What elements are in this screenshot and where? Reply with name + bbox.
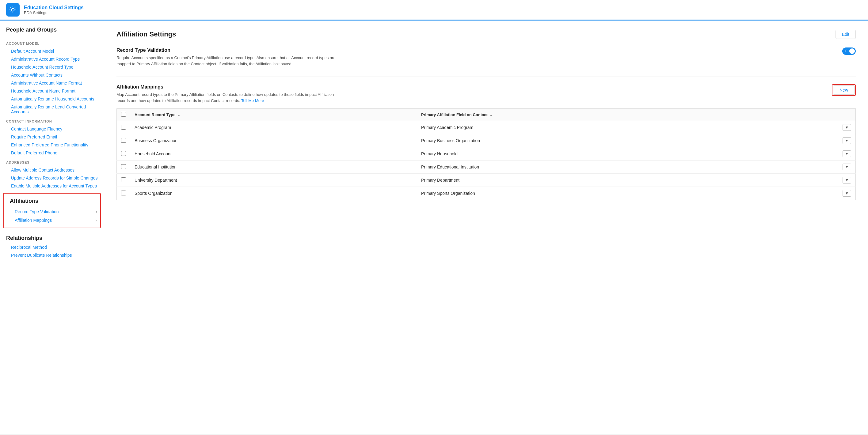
- row-primary-affiliation-field: Primary Department: [417, 174, 838, 187]
- row-account-record-type: Academic Program: [130, 121, 417, 134]
- row-dropdown-cell: ▼: [838, 187, 856, 200]
- sidebar-item-enhanced-phone[interactable]: Enhanced Preferred Phone Functionality: [0, 141, 104, 149]
- svg-point-0: [12, 8, 14, 11]
- select-all-checkbox[interactable]: [121, 112, 126, 117]
- row-dropdown-button[interactable]: ▼: [843, 177, 851, 183]
- table-row: University Department Primary Department…: [117, 174, 856, 187]
- main-content: Affiliation Settings Edit Record Type Va…: [104, 21, 868, 434]
- table-row: Educational Institution Primary Educatio…: [117, 161, 856, 174]
- row-dropdown-cell: ▼: [838, 134, 856, 147]
- sidebar-item-accounts-without-contacts[interactable]: Accounts Without Contacts: [0, 71, 104, 79]
- toggle-checkmark: ✓: [844, 49, 847, 53]
- app-header: Education Cloud Settings EDA Settings: [0, 0, 868, 21]
- table-row: Household Account Primary Household ▼: [117, 147, 856, 161]
- sidebar-item-update-address-records[interactable]: Update Address Records for Simple Change…: [0, 174, 104, 182]
- app-subtitle: EDA Settings: [24, 10, 84, 15]
- row-checkbox-cell: [117, 161, 130, 174]
- row-checkbox-cell: [117, 121, 130, 134]
- chevron-right-icon: ›: [96, 209, 97, 214]
- row-checkbox-2[interactable]: [121, 151, 126, 156]
- affiliations-title: Affiliations: [4, 197, 100, 207]
- row-checkbox-4[interactable]: [121, 177, 126, 182]
- table-row: Sports Organization Primary Sports Organ…: [117, 187, 856, 200]
- table-header-checkbox: [117, 109, 130, 121]
- row-primary-affiliation-field: Primary Educational Institution: [417, 161, 838, 174]
- row-account-record-type: Business Organization: [130, 134, 417, 147]
- sidebar-item-default-account-model[interactable]: Default Account Model: [0, 47, 104, 55]
- row-checkbox-5[interactable]: [121, 191, 126, 195]
- sidebar-item-enable-multiple-addresses[interactable]: Enable Multiple Addresses for Account Ty…: [0, 182, 104, 190]
- row-dropdown-button[interactable]: ▼: [843, 124, 851, 131]
- sidebar: People and Groups ACCOUNT MODEL Default …: [0, 21, 104, 434]
- sidebar-item-default-preferred-phone[interactable]: Default Preferred Phone: [0, 149, 104, 157]
- sort-arrow-icon: ⌄: [177, 113, 180, 117]
- main-top-bar: Affiliation Settings Edit: [117, 30, 856, 39]
- sidebar-section-account-model: ACCOUNT MODEL: [0, 38, 104, 47]
- affiliation-mappings-desc: Map Account record types to the Primary …: [117, 92, 346, 104]
- sidebar-item-household-record-type[interactable]: Household Account Record Type: [0, 63, 104, 71]
- table-header-account-record-type: Account Record Type ⌄: [130, 109, 417, 121]
- sidebar-item-admin-record-type[interactable]: Administrative Account Record Type: [0, 55, 104, 63]
- row-primary-affiliation-field: Primary Business Organization: [417, 134, 838, 147]
- affiliation-mappings-title: Affiliation Mappings: [117, 84, 346, 90]
- row-account-record-type: Sports Organization: [130, 187, 417, 200]
- table-row: Academic Program Primary Academic Progra…: [117, 121, 856, 134]
- row-primary-affiliation-field: Primary Household: [417, 147, 838, 161]
- row-checkbox-cell: [117, 147, 130, 161]
- sidebar-item-household-name-format[interactable]: Household Account Name Format: [0, 87, 104, 95]
- row-dropdown-cell: ▼: [838, 174, 856, 187]
- row-dropdown-cell: ▼: [838, 147, 856, 161]
- sidebar-item-record-type-validation[interactable]: Record Type Validation ›: [4, 207, 100, 216]
- section-divider: [117, 76, 856, 77]
- new-button[interactable]: New: [833, 86, 855, 95]
- record-type-validation-section: Record Type Validation Require Accounts …: [117, 47, 856, 67]
- row-checkbox-cell: [117, 187, 130, 200]
- row-dropdown-button[interactable]: ▼: [843, 164, 851, 170]
- row-dropdown-button[interactable]: ▼: [843, 190, 851, 197]
- sidebar-main-title: People and Groups: [0, 27, 104, 38]
- sidebar-item-reciprocal-method[interactable]: Reciprocal Method: [0, 243, 104, 251]
- sidebar-item-multiple-addresses[interactable]: Allow Multiple Contact Addresses: [0, 166, 104, 174]
- new-button-wrapper: New: [832, 84, 856, 96]
- tell-me-more-link[interactable]: Tell Me More: [241, 98, 264, 103]
- row-checkbox-0[interactable]: [121, 125, 126, 130]
- sidebar-item-auto-rename-household[interactable]: Automatically Rename Household Accounts: [0, 95, 104, 103]
- record-type-validation-title: Record Type Validation: [117, 47, 346, 53]
- sidebar-section-contact-info: CONTACT INFORMATION: [0, 116, 104, 125]
- relationships-title: Relationships: [0, 231, 104, 243]
- row-checkbox-1[interactable]: [121, 138, 126, 143]
- affiliation-mappings-table: Account Record Type ⌄ Primary Affiliatio…: [117, 108, 856, 200]
- sidebar-item-admin-name-format[interactable]: Administrative Account Name Format: [0, 79, 104, 87]
- chevron-right-icon: ›: [96, 218, 97, 223]
- row-account-record-type: Educational Institution: [130, 161, 417, 174]
- record-type-validation-toggle[interactable]: ✓: [842, 47, 856, 55]
- table-row: Business Organization Primary Business O…: [117, 134, 856, 147]
- affiliations-section: Affiliations Record Type Validation › Af…: [3, 193, 101, 228]
- affiliation-mappings-header: Affiliation Mappings Map Account record …: [117, 84, 856, 104]
- affiliation-mappings-section: Affiliation Mappings Map Account record …: [117, 84, 856, 200]
- row-dropdown-cell: ▼: [838, 161, 856, 174]
- row-account-record-type: Household Account: [130, 147, 417, 161]
- sidebar-item-contact-language[interactable]: Contact Language Fluency: [0, 125, 104, 133]
- row-primary-affiliation-field: Primary Academic Program: [417, 121, 838, 134]
- row-account-record-type: University Department: [130, 174, 417, 187]
- row-checkbox-3[interactable]: [121, 164, 126, 169]
- app-icon: [6, 3, 20, 16]
- table-header-primary-affiliation: Primary Affiliation Field on Contact ⌄: [417, 109, 838, 121]
- row-checkbox-cell: [117, 134, 130, 147]
- sidebar-item-require-preferred-email[interactable]: Require Preferred Email: [0, 133, 104, 141]
- sidebar-item-auto-rename-lead[interactable]: Automatically Rename Lead-Converted Acco…: [0, 103, 104, 116]
- app-title: Education Cloud Settings: [24, 5, 84, 10]
- sort-arrow-icon: ⌄: [490, 113, 493, 117]
- sidebar-section-addresses: ADDRESSES: [0, 157, 104, 166]
- sidebar-item-affiliation-mappings[interactable]: Affiliation Mappings ›: [4, 216, 100, 225]
- row-dropdown-cell: ▼: [838, 121, 856, 134]
- edit-button[interactable]: Edit: [836, 30, 856, 39]
- row-checkbox-cell: [117, 174, 130, 187]
- row-dropdown-button[interactable]: ▼: [843, 150, 851, 157]
- row-dropdown-button[interactable]: ▼: [843, 137, 851, 144]
- record-type-validation-desc: Require Accounts specified as a Contact'…: [117, 55, 346, 67]
- sidebar-item-prevent-duplicate[interactable]: Prevent Duplicate Relationships: [0, 251, 104, 259]
- table-header-actions: [838, 109, 856, 121]
- row-primary-affiliation-field: Primary Sports Organization: [417, 187, 838, 200]
